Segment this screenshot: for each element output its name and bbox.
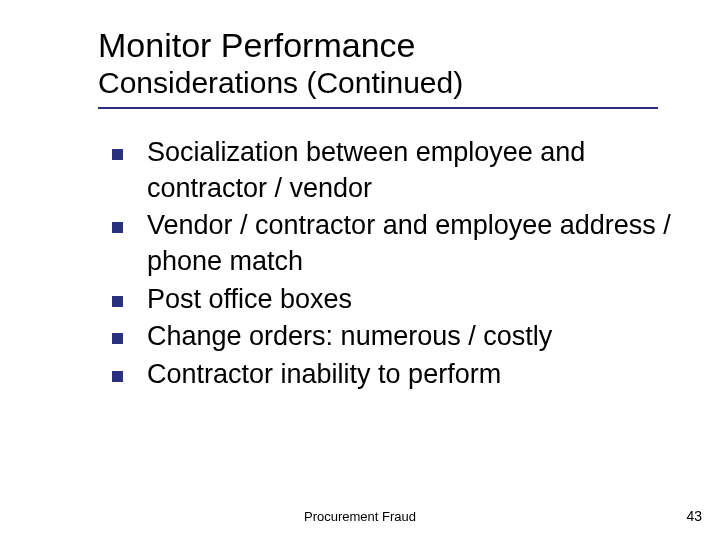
square-bullet-icon (112, 149, 123, 160)
bullet-text: Vendor / contractor and employee address… (147, 208, 680, 279)
list-item: Contractor inability to perform (112, 357, 680, 393)
list-item: Vendor / contractor and employee address… (112, 208, 680, 279)
bullet-text: Contractor inability to perform (147, 357, 501, 393)
square-bullet-icon (112, 371, 123, 382)
list-item: Post office boxes (112, 282, 680, 318)
square-bullet-icon (112, 333, 123, 344)
slide-title: Monitor Performance (98, 26, 680, 65)
list-item: Socialization between employee and contr… (112, 135, 680, 206)
bullet-text: Change orders: numerous / costly (147, 319, 552, 355)
title-underline (98, 107, 658, 109)
square-bullet-icon (112, 222, 123, 233)
page-number: 43 (686, 508, 702, 524)
bullet-text: Socialization between employee and contr… (147, 135, 680, 206)
list-item: Change orders: numerous / costly (112, 319, 680, 355)
bullet-text: Post office boxes (147, 282, 352, 318)
title-block: Monitor Performance Considerations (Cont… (98, 26, 680, 109)
slide-subtitle: Considerations (Continued) (98, 65, 680, 101)
bullet-list: Socialization between employee and contr… (112, 135, 680, 392)
square-bullet-icon (112, 296, 123, 307)
slide: Monitor Performance Considerations (Cont… (0, 0, 720, 540)
footer-title: Procurement Fraud (0, 509, 720, 524)
